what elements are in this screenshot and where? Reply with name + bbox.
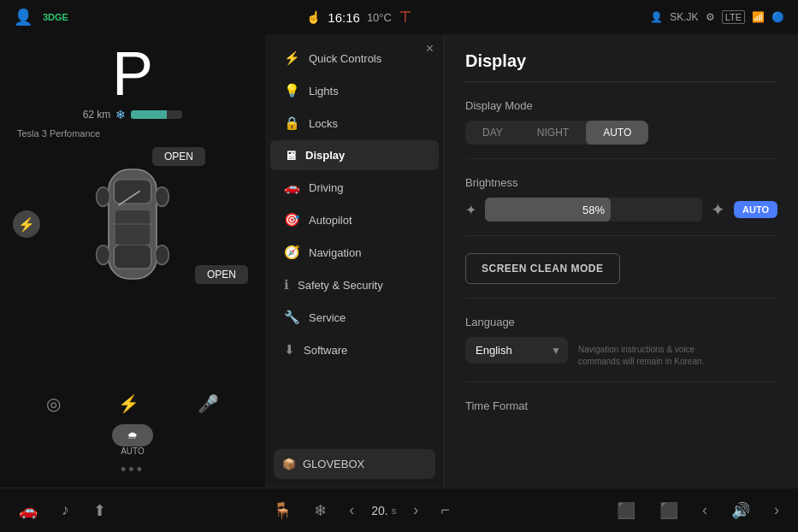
distance-bar: 62 km ❄: [83, 108, 183, 121]
sidebar-item-autopilot[interactable]: 🎯 Autopilot: [270, 204, 439, 235]
brightness-section: Brightness ✦ 58% ✦ AUTO: [465, 176, 777, 236]
brightness-label: Brightness: [465, 176, 777, 189]
service-label: Service: [309, 311, 346, 324]
user-icon: 👤: [650, 11, 663, 23]
taskbar-right: ⬛ ⬛ ‹ 🔊 ›: [612, 496, 784, 525]
lights-label: Lights: [309, 85, 339, 98]
control-row-2: 🌧 AUTO: [9, 424, 257, 456]
sidebar-item-safety-security[interactable]: ℹ Safety & Security: [270, 269, 439, 300]
screen-clean-section: SCREEN CLEAN MODE: [465, 253, 777, 299]
speed-prev-button[interactable]: ‹: [344, 496, 359, 524]
status-temp: 10°C: [367, 11, 392, 24]
tesla-logo: ⊤: [399, 8, 412, 27]
svg-rect-3: [115, 210, 150, 245]
snowflake-icon: ❄: [115, 108, 126, 121]
language-select-wrapper: English Korean Spanish French German ▼: [465, 337, 568, 364]
charge-icon: ⚡: [13, 210, 40, 238]
bottom-controls: ◎ ⚡ 🎤 🌧 AUTO •••: [9, 388, 257, 479]
status-left: 👤 3DGE: [14, 8, 68, 27]
svg-rect-1: [114, 180, 151, 204]
sidebar-item-driving[interactable]: 🚗 Driving: [270, 172, 439, 203]
mode-auto-button[interactable]: AUTO: [586, 121, 648, 145]
taskbar-left: 🚗 ♪ ⬆: [14, 496, 111, 525]
display-label: Display: [305, 149, 345, 162]
bluetooth-icon: 🔵: [771, 11, 784, 23]
service-icon: 🔧: [284, 310, 300, 325]
sidebar-item-quick-controls[interactable]: ⚡ Quick Controls: [270, 43, 439, 74]
music-tab-button[interactable]: ♪: [56, 496, 74, 524]
main-area: P 62 km ❄ Tesla 3 Perfomance OPEN: [0, 34, 798, 488]
sidebar-item-display[interactable]: 🖥 Display: [270, 140, 439, 170]
car-tab-button[interactable]: 🚗: [14, 496, 43, 525]
sidebar-item-software[interactable]: ⬇ Software: [270, 334, 439, 365]
sidebar-item-lights[interactable]: 💡 Lights: [270, 75, 439, 106]
quick-controls-label: Quick Controls: [309, 52, 381, 65]
status-bar: 👤 3DGE ☝ 16:16 10°C ⊤ 👤 SK.JK ⚙ LTE 📶 🔵: [0, 0, 798, 34]
door-button[interactable]: ⌐: [435, 496, 455, 524]
driving-icon: 🚗: [284, 180, 300, 195]
speed-unit: s: [392, 505, 397, 516]
sidebar-item-locks[interactable]: 🔒 Locks: [270, 108, 439, 139]
software-icon: ⬇: [284, 342, 295, 358]
mode-buttons: DAY NIGHT AUTO: [465, 121, 648, 145]
mode-day-button[interactable]: DAY: [465, 121, 520, 145]
language-select[interactable]: English Korean Spanish French German: [465, 337, 568, 364]
mode-night-button[interactable]: NIGHT: [520, 121, 586, 145]
taskbar: 🚗 ♪ ⬆ 🪑 ❄ ‹ 20. s › ⌐ ⬛ ⬛ ‹ 🔊 ›: [0, 488, 798, 532]
sidebar-item-service[interactable]: 🔧 Service: [270, 302, 439, 333]
bolt-btn[interactable]: ⚡: [113, 388, 145, 419]
lights-icon: 💡: [284, 83, 300, 98]
glovebox-icon: 📦: [282, 458, 296, 470]
auto-label: AUTO: [121, 446, 145, 456]
apps-tab-button[interactable]: ⬆: [88, 496, 111, 525]
defrost-front-button[interactable]: ⬛: [654, 496, 683, 525]
dots-indicator: •••: [9, 461, 257, 479]
time-format-label: Time Format: [465, 399, 777, 412]
sidebar-menu: × ⚡ Quick Controls 💡 Lights 🔒 Locks 🖥 Di…: [265, 34, 445, 488]
car-overhead-svg: [77, 156, 188, 293]
vol-next-button[interactable]: ›: [769, 496, 784, 524]
control-row-1: ◎ ⚡ 🎤: [9, 388, 257, 419]
speed-next-button[interactable]: ›: [408, 496, 423, 524]
display-mode-section: Display Mode DAY NIGHT AUTO: [465, 99, 777, 159]
status-right: 👤 SK.JK ⚙ LTE 📶 🔵: [650, 10, 784, 24]
quick-controls-icon: ⚡: [284, 50, 300, 66]
speed-value: 20.: [371, 504, 387, 517]
language-section: Language English Korean Spanish French G…: [465, 316, 777, 382]
sidebar-close-button[interactable]: ×: [426, 41, 434, 56]
edge-indicator: 3DGE: [43, 12, 68, 22]
status-center: ☝ 16:16 10°C ⊤: [306, 8, 412, 27]
mic-btn[interactable]: 🎤: [192, 388, 224, 419]
speed-display: 20. s: [371, 504, 396, 517]
vol-prev-button[interactable]: ‹: [697, 496, 712, 524]
open-bottom-button[interactable]: OPEN: [195, 265, 248, 284]
language-row: English Korean Spanish French German ▼ N…: [465, 337, 777, 368]
sidebar-item-navigation[interactable]: 🧭 Navigation: [270, 237, 439, 268]
panel-title: Display: [465, 51, 777, 82]
wiper-button[interactable]: 🌧: [112, 424, 153, 446]
battery-strip: [131, 110, 182, 119]
user-name: SK.JK: [670, 11, 698, 23]
screen-clean-button[interactable]: SCREEN CLEAN MODE: [465, 253, 620, 284]
settings-icon[interactable]: ⚙: [706, 11, 715, 23]
range-value: 62 km: [83, 109, 111, 121]
display-icon: 🖥: [284, 148, 297, 163]
seat-button[interactable]: 🪑: [268, 496, 297, 525]
navigation-label: Navigation: [309, 246, 361, 259]
signal-icon: 📶: [752, 11, 765, 23]
time-format-section: Time Format: [465, 399, 777, 412]
language-note: Navigation instructions & voice commands…: [578, 337, 732, 368]
svg-point-4: [97, 187, 110, 206]
brightness-track[interactable]: 58%: [485, 198, 702, 222]
defrost-rear-button[interactable]: ⬛: [612, 496, 641, 525]
brightness-value: 58%: [582, 204, 605, 216]
target-btn[interactable]: ◎: [41, 388, 66, 419]
software-label: Software: [304, 344, 347, 357]
svg-rect-2: [114, 245, 151, 269]
volume-button[interactable]: 🔊: [726, 496, 755, 525]
brightness-auto-button[interactable]: AUTO: [734, 201, 777, 218]
fan-button[interactable]: ❄: [309, 496, 332, 525]
svg-point-7: [155, 245, 168, 264]
language-label: Language: [465, 316, 777, 328]
glovebox-button[interactable]: 📦 GLOVEBOX: [274, 449, 435, 479]
